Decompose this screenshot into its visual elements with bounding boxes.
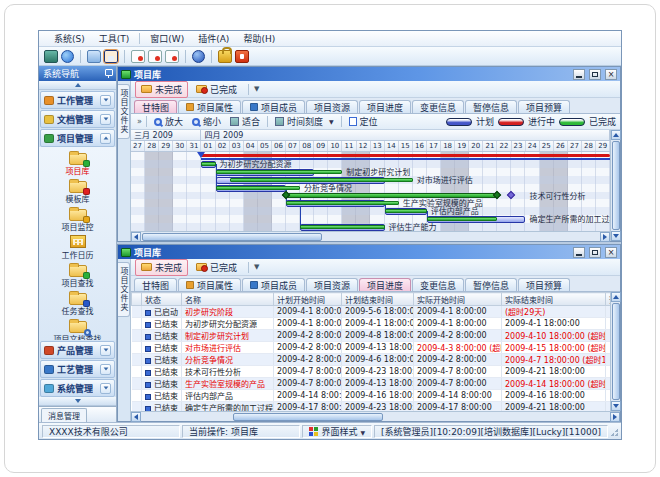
sidebar-collapse-button[interactable] [39, 81, 116, 90]
sidebar-item-5[interactable]: 任务查找 [41, 290, 115, 318]
progress-tab-2[interactable]: 项目成员 [242, 278, 305, 291]
chevron-down-icon[interactable] [100, 114, 111, 125]
scroll-thumb[interactable] [233, 413, 383, 421]
table-vscrollbar[interactable] [610, 292, 620, 411]
menu-item-3[interactable]: 插件(A) [191, 31, 236, 46]
gantt-vscrollbar[interactable] [610, 130, 620, 241]
sidebar-item-6[interactable]: 项目文档查找 [41, 318, 115, 340]
exit-icon[interactable] [235, 50, 249, 63]
progress-tab-0[interactable]: 甘特图 [134, 278, 177, 291]
column-header-3[interactable]: 计划开始时间 [274, 293, 342, 306]
globe-icon[interactable] [61, 50, 74, 63]
sidebar-item-3[interactable]: 工作日历 [41, 234, 115, 262]
scroll-right-icon[interactable] [600, 232, 610, 242]
chevron-down-icon[interactable] [100, 345, 111, 356]
chevron-up-icon[interactable] [100, 133, 111, 144]
gantt-tab-0[interactable]: 甘特图 [134, 100, 177, 113]
progress-panel-titlebar[interactable]: 项目库 × [118, 245, 620, 259]
table-hscrollbar[interactable] [131, 411, 620, 421]
sidebar-group-3[interactable]: 产品管理 [40, 341, 115, 359]
progress-tab-7[interactable]: 项目预算 [518, 278, 570, 291]
progress-tab-3[interactable]: 项目资源 [306, 278, 358, 291]
document-icon[interactable] [148, 50, 162, 63]
menu-item-2[interactable]: 窗口(W) [143, 31, 191, 46]
sidebar-item-2[interactable]: 项目监控 [41, 206, 115, 234]
progress-tab-4[interactable]: 项目进度 [359, 278, 411, 291]
gantt-tab-2[interactable]: 项目成员 [242, 100, 305, 113]
chevron-down-icon[interactable] [100, 95, 111, 106]
gantt-tab-5[interactable]: 变更信息 [412, 100, 464, 113]
column-header-4[interactable]: 计划结束时间 [342, 293, 414, 306]
column-header-6[interactable]: 实际结束时间 [502, 293, 606, 306]
table-row[interactable]: 已结束确定生产所需的加工过程2009-4-17 8:00:002009-4-23… [132, 402, 611, 412]
column-header-1[interactable]: 状态 [142, 293, 182, 306]
project-folder-side-tab[interactable]: 项目文件夹 [118, 262, 130, 317]
lock-icon[interactable] [218, 50, 232, 63]
system-monitor-icon[interactable] [44, 50, 58, 63]
scroll-down-icon[interactable] [611, 401, 621, 411]
scroll-thumb[interactable] [612, 141, 620, 230]
gantt-tab-6[interactable]: 暂停信息 [465, 100, 517, 113]
gantt-tab-3[interactable]: 项目资源 [306, 100, 358, 113]
gantt-tab-7[interactable]: 项目预算 [518, 100, 570, 113]
menu-item-0[interactable]: 系统(S) [47, 31, 92, 46]
progress-tab-5[interactable]: 变更信息 [412, 278, 464, 291]
ui-style-button[interactable]: 界面样式▼ [302, 425, 372, 438]
sidebar-item-0[interactable]: 项目库 [41, 150, 115, 178]
table-row[interactable]: 已结束生产实验室规模的产品2009-4-7 8:00:002009-4-13 1… [132, 378, 611, 390]
table-row[interactable]: 已结束对市场进行评估2009-4-2 8:00:002009-4-13 18:0… [132, 342, 611, 354]
save-icon[interactable] [104, 50, 118, 63]
more-options-icon[interactable]: ▼ [254, 263, 259, 271]
sidebar-group-5[interactable]: 系统管理 [40, 379, 115, 397]
gantt-folder-tab-0[interactable]: 未完成 [135, 81, 188, 98]
scroll-down-icon[interactable] [611, 231, 621, 241]
project-folder-side-tab[interactable]: 项目文件夹 [118, 84, 130, 139]
scroll-thumb[interactable] [612, 303, 620, 400]
table-row[interactable]: 已结束技术可行性分析2009-4-7 8:00:002009-4-23 18:0… [132, 366, 611, 378]
document-icon[interactable] [131, 50, 145, 63]
scroll-left-icon[interactable] [131, 232, 141, 242]
maximize-button[interactable] [589, 69, 601, 80]
tab-message-management[interactable]: 消息管理 [41, 408, 87, 422]
scroll-right-icon[interactable] [610, 412, 620, 422]
table-row[interactable]: 已结束为初步研究分配资源2009-4-1 8:00:002009-4-1 18:… [132, 318, 611, 330]
gantt-panel-titlebar[interactable]: 项目库 × [118, 67, 620, 81]
progress-folder-tab-0[interactable]: 未完成 [135, 259, 188, 276]
gantt-tab-4[interactable]: 项目进度 [359, 100, 411, 113]
zoom-out-button[interactable]: 缩小 [188, 115, 225, 128]
table-row[interactable]: 已结束评估内部产品2009-4-14 8:00:002009-4-16 18:0… [132, 390, 611, 402]
document-icon[interactable] [165, 50, 179, 63]
sidebar-group-2[interactable]: 项目管理 [40, 129, 115, 147]
scroll-up-icon[interactable] [611, 130, 621, 140]
sidebar-item-4[interactable]: 项目查找 [41, 262, 115, 290]
sidebar-expand-button[interactable] [39, 397, 116, 406]
locate-button[interactable]: 定位 [345, 115, 382, 128]
fit-button[interactable]: 适合 [226, 115, 264, 128]
menu-item-1[interactable]: 工具(T) [92, 31, 137, 46]
resize-grip[interactable] [609, 425, 619, 438]
open-folder-icon[interactable] [87, 50, 101, 63]
progress-tab-1[interactable]: 项目属性 [178, 278, 241, 291]
close-button[interactable]: × [605, 69, 617, 80]
more-options-icon[interactable]: ▼ [254, 85, 259, 93]
overflow-chevrons[interactable]: » [135, 117, 143, 126]
menu-item-4[interactable]: 帮助(H) [236, 31, 282, 46]
chevron-down-icon[interactable] [100, 364, 111, 375]
progress-tab-6[interactable]: 暂停信息 [465, 278, 517, 291]
sidebar-item-1[interactable]: 模板库 [41, 178, 115, 206]
minimize-button[interactable] [573, 69, 585, 80]
progress-folder-tab-1[interactable]: 已完成 [190, 259, 243, 276]
scroll-up-icon[interactable] [611, 292, 621, 302]
gantt-tab-1[interactable]: 项目属性 [178, 100, 241, 113]
pin-icon[interactable] [104, 69, 112, 78]
column-header-2[interactable]: 名称 [182, 293, 274, 306]
gantt-hscrollbar[interactable] [131, 231, 610, 241]
sidebar-group-1[interactable]: 文档管理 [40, 110, 115, 128]
table-row[interactable]: 已结束制定初步研究计划2009-4-2 8:00:002009-4-8 18:0… [132, 330, 611, 342]
maximize-button[interactable] [589, 247, 601, 258]
table-row[interactable]: 已启动初步研究阶段2009-4-1 8:00:002009-5-6 18:00:… [132, 306, 611, 318]
sidebar-group-0[interactable]: 工作管理 [40, 91, 115, 109]
sidebar-group-4[interactable]: 工艺管理 [40, 360, 115, 378]
gantt-folder-tab-1[interactable]: 已完成 [190, 81, 243, 98]
column-header-0[interactable] [132, 293, 142, 306]
